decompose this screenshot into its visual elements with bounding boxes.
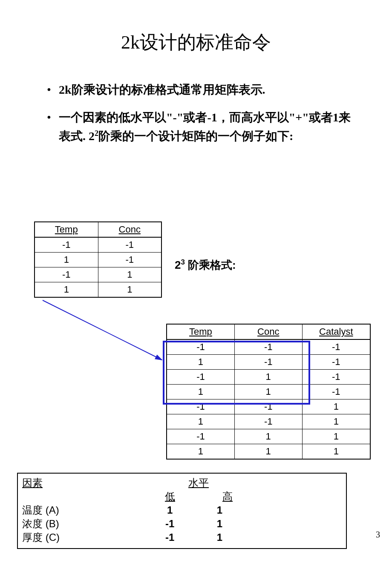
page-title: 2k设计的标准命令: [0, 0, 392, 55]
table-row: -11: [35, 267, 161, 282]
t1-h1: Conc: [98, 222, 161, 237]
page-number: 3: [376, 530, 380, 540]
t2-h2: Catalyst: [302, 324, 370, 339]
factor-header: 因素: [22, 476, 43, 490]
table-row: 11: [35, 282, 161, 298]
bullet-1-prefix: 2k: [59, 83, 72, 96]
factor-levels-box: 因素 水平 低 高 温度 (A) 1 1 浓度 (B) -1 1 厚度 (C) …: [17, 473, 347, 549]
table-row: 11-1: [167, 385, 370, 399]
table-row: -111: [167, 429, 370, 444]
low-header: 低: [165, 490, 175, 503]
table-row: -11-1: [167, 370, 370, 385]
table-row: 1-1-1: [167, 355, 370, 370]
t1-h0: Temp: [35, 222, 98, 237]
bullet-1: 2k阶乘设计的标准格式通常用矩阵表示.: [47, 80, 362, 99]
table-row: -1-1-1: [167, 339, 370, 355]
bullet-1-text: 阶乘设计的标准格式通常用矩阵表示.: [72, 83, 265, 96]
label-2-cubed: 23 阶乘格式:: [175, 258, 236, 273]
design-matrix-2x2: Temp Conc -1-1 1-1 -11 11: [34, 221, 162, 298]
table-row: 111: [167, 444, 370, 460]
svg-line-0: [43, 300, 162, 360]
bullet-list: 2k阶乘设计的标准格式通常用矩阵表示. 一个因素的低水平以"-"或者-1，而高水…: [30, 80, 362, 145]
t2-h0: Temp: [167, 324, 234, 339]
table-row: 1-1: [35, 253, 161, 267]
design-matrix-2x3: Temp Conc Catalyst -1-1-1 1-1-1 -11-1 11…: [166, 324, 371, 460]
table-row: 1-11: [167, 414, 370, 429]
t2-h1: Conc: [234, 324, 302, 339]
bullet-2-text: 一个因素的低水平以"-"或者-1，而高水平以"+"或者1来表式. 22阶乘的一个…: [59, 111, 351, 142]
factor-row: 浓度 (B) -1 1: [22, 517, 241, 531]
high-header: 高: [222, 490, 233, 503]
factor-row: 厚度 (C) -1 1: [22, 531, 241, 544]
bullet-2: 一个因素的低水平以"-"或者-1，而高水平以"+"或者1来表式. 22阶乘的一个…: [47, 108, 362, 145]
table-row: -1-1: [35, 237, 161, 253]
level-header: 水平: [188, 476, 209, 490]
table-row: -1-11: [167, 399, 370, 414]
factor-row: 温度 (A) 1 1: [22, 503, 241, 517]
